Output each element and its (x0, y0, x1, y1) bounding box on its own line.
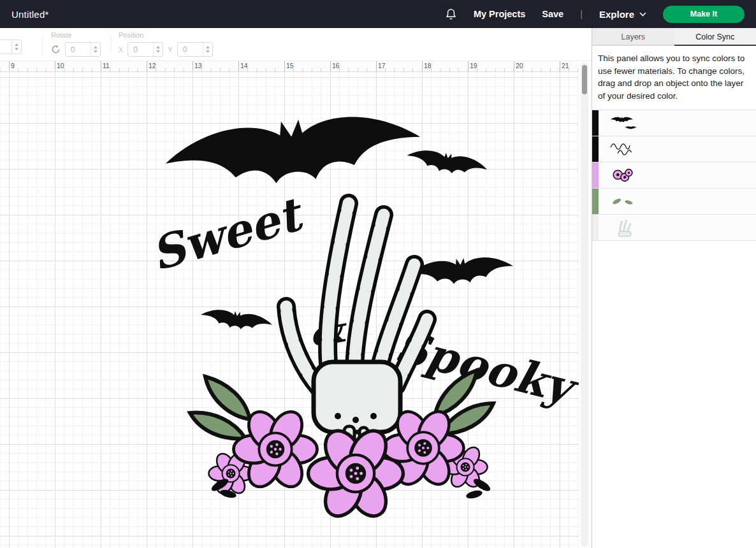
offscreen-size-input[interactable]: 0 (0, 40, 22, 54)
design-canvas[interactable]: Sweet & Spooky (0, 72, 579, 548)
layer-thumbnail-leaves (607, 190, 639, 213)
canvas-gutter (579, 61, 592, 548)
y-input[interactable]: 0 (177, 42, 213, 57)
layer-thumbnail-script (607, 138, 639, 161)
ruler-tick-label: 13 (193, 62, 202, 69)
x-value: 0 (128, 45, 153, 54)
x-input[interactable]: 0 (127, 42, 163, 57)
chevron-down-icon (639, 12, 646, 17)
layer-row-black-script[interactable] (592, 136, 756, 162)
stepper-arrows[interactable] (91, 43, 100, 56)
make-it-button[interactable]: Make It (663, 6, 745, 23)
y-value: 0 (178, 45, 203, 54)
document-title[interactable]: Untitled* (11, 9, 49, 20)
rotate-value: 0 (66, 45, 91, 54)
position-label: Position (119, 31, 213, 39)
layer-color-swatch (592, 110, 599, 136)
toolbar-separator (111, 34, 112, 55)
ruler-tick-label: 16 (330, 62, 340, 69)
right-panel: Layers Color Sync This panel allows you … (592, 28, 756, 548)
nav-save[interactable]: Save (542, 9, 563, 19)
ruler-tick-label: 9 (9, 62, 15, 69)
ruler-tick-label: 18 (422, 62, 432, 69)
ruler-tick-label: 21 (560, 62, 569, 69)
ruler-tick-label: 12 (147, 62, 156, 69)
x-label: X (119, 46, 123, 54)
layer-row-black-bats[interactable] (592, 110, 756, 136)
rotate-icon[interactable] (51, 45, 61, 54)
layer-color-swatch (592, 189, 599, 214)
nav-divider: | (580, 9, 583, 19)
layer-row-light-hand[interactable] (592, 214, 756, 240)
design-artwork[interactable]: Sweet & Spooky (0, 72, 579, 548)
rotate-input[interactable]: 0 (65, 42, 101, 57)
ruler-tick-label: 15 (284, 62, 294, 69)
y-label: Y (168, 46, 172, 54)
ruler-tick-label: 11 (101, 62, 110, 69)
layer-row-violet-flowers[interactable] (592, 162, 756, 188)
ruler-tick-label: 14 (238, 62, 248, 69)
ruler-tick-label: 10 (55, 62, 64, 69)
toolbar-separator (42, 34, 43, 55)
notifications-bell-icon[interactable] (445, 8, 457, 21)
layer-thumbnail-flowers (607, 164, 639, 187)
stepper-arrows[interactable] (153, 43, 163, 56)
vertical-scrollbar[interactable] (581, 62, 588, 547)
explore-label: Explore (599, 9, 634, 20)
tab-color-sync[interactable]: Color Sync (674, 28, 756, 46)
edit-toolbar: 0 Rotate 0 (0, 28, 592, 61)
offscreen-size-value: 0 (0, 43, 11, 52)
ruler-tick-label: 20 (514, 62, 523, 69)
top-bar: Untitled* My Projects Save | Explore Mak… (0, 0, 756, 28)
layer-color-swatch (592, 136, 599, 162)
layer-thumbnail-bats (607, 112, 639, 134)
panel-tabs: Layers Color Sync (592, 28, 756, 46)
ruler: 9101112131415161718192021 (0, 61, 579, 72)
layer-color-swatch (592, 162, 599, 188)
position-group: Position X 0 Y 0 (119, 31, 213, 57)
explore-menu[interactable]: Explore (599, 9, 646, 20)
layer-thumbnail-hand (607, 216, 639, 239)
layer-color-swatch (592, 215, 599, 240)
ruler-tick-label: 17 (376, 62, 386, 69)
scrollbar-thumb[interactable] (582, 65, 587, 94)
tab-layers[interactable]: Layers (592, 28, 674, 46)
rotate-group: Rotate 0 (51, 31, 101, 57)
script-text-sweet[interactable]: Sweet (145, 186, 310, 281)
layer-row-green-leaves[interactable] (592, 188, 756, 214)
ruler-tick-label: 19 (468, 62, 477, 69)
panel-description: This panel allows you to sync colors to … (598, 52, 750, 102)
color-sync-list (592, 110, 756, 241)
nav-my-projects[interactable]: My Projects (474, 9, 525, 19)
app-window: Untitled* My Projects Save | Explore Mak… (0, 0, 756, 548)
stepper-arrows[interactable] (11, 40, 21, 54)
rotate-label: Rotate (51, 31, 101, 39)
stepper-arrows[interactable] (203, 43, 212, 56)
